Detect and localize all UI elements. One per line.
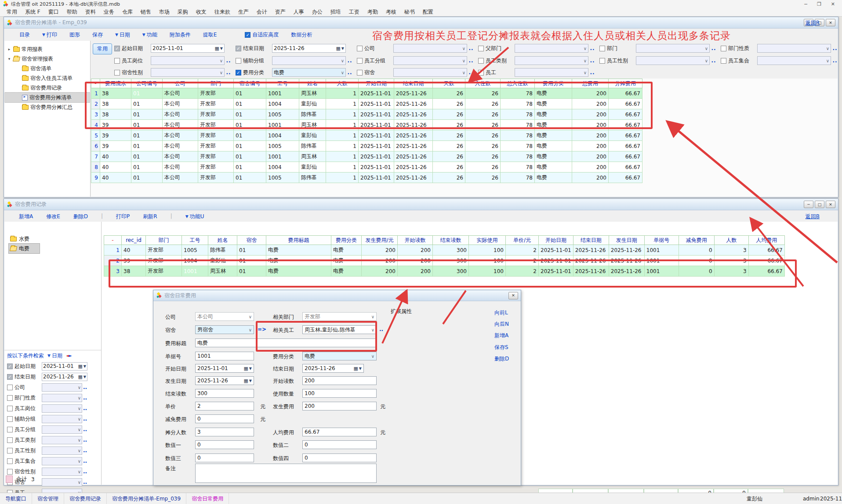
dialog-titlebar[interactable]: 宿舍日常费用 ✕ [153,290,521,301]
cell[interactable]: 本公司 [163,173,198,183]
menu-item-22[interactable]: 配置 [419,8,437,16]
column-header-11[interactable]: 天数 [433,79,465,88]
cell[interactable]: 1 [326,151,359,162]
column-header-8[interactable]: 发生费用/元 [362,236,398,245]
remark-textarea[interactable] [195,464,377,483]
cell[interactable]: 26 [465,109,501,120]
cell[interactable]: 78 [501,88,535,99]
column-header-4[interactable]: 部门 [198,79,234,88]
cell[interactable]: 39 [100,141,131,151]
cell[interactable]: 开发部 [146,256,182,266]
avg-fee-input[interactable]: 66.67 [302,428,377,436]
cell[interactable]: 01 [131,88,163,99]
cell[interactable]: 2025-11-01 [359,141,394,151]
filter-select[interactable]: ∨ [757,44,831,53]
cell[interactable]: 电费 [535,130,572,141]
more-button[interactable]: .. [467,58,475,64]
cell[interactable]: 开发部 [146,245,182,256]
taskbar-item-1[interactable]: 宿舍管理 [32,493,64,504]
cell[interactable]: 电费 [266,266,331,277]
cell[interactable]: 1 [326,99,359,109]
cell[interactable]: 38 [100,109,131,120]
tab-common[interactable]: 常用 [93,43,112,54]
menu-item-2[interactable]: 窗口 [44,8,63,16]
cell[interactable]: 78 [501,173,535,183]
expander-icon[interactable]: ▾ [7,57,11,61]
cell[interactable]: 26 [433,109,465,120]
discount-input[interactable]: 0 [195,414,254,423]
toolbar-button-3[interactable]: 保存 [92,31,103,39]
cell[interactable]: 1004 [266,99,299,109]
column-header-2[interactable]: 部门 [146,236,182,245]
cell[interactable]: 2025-11-26 [394,151,433,162]
cell[interactable]: 2025-11-01 [539,256,573,266]
column-header-10[interactable]: 结束读数 [433,236,469,245]
cell[interactable]: 2025-11-01 [359,162,394,173]
column-header-1[interactable]: rec_id [122,236,146,245]
cell[interactable]: 200 [572,88,609,99]
search-checkbox[interactable] [7,437,13,443]
cell[interactable]: 1 [91,88,100,99]
cell[interactable]: 01 [234,88,266,99]
cell[interactable]: 300 [433,256,469,266]
search-checkbox[interactable] [7,395,13,401]
cell[interactable]: 本公司 [163,151,198,162]
cell[interactable]: 陈伟基 [299,109,326,120]
column-header-7[interactable]: 费用分类 [331,236,362,245]
cell[interactable]: 01 [131,130,163,141]
column-header-5[interactable]: 宿舍编号 [234,79,266,88]
cell[interactable]: 1001 [182,266,208,277]
cell[interactable]: 周玉林 [299,120,326,130]
cell[interactable]: 2025-11-26 [609,245,644,256]
cell[interactable]: 2025-11-26 [394,173,433,183]
cell[interactable]: 1005 [266,109,299,120]
table-row-3[interactable]: 43901本公司开发部011001周玉林12025-11-012025-11-2… [91,120,642,130]
table-row-8[interactable]: 94001本公司开发部011005陈伟基12025-11-012025-11-2… [91,173,642,183]
cell[interactable]: 01 [237,256,266,266]
cell[interactable]: 2025-11-01 [539,266,573,277]
cell[interactable]: 66.67 [609,141,642,151]
cell[interactable]: 66.67 [748,245,784,256]
cell[interactable]: 2025-11-01 [359,151,394,162]
cell[interactable]: 38 [100,99,131,109]
cell[interactable]: 1 [326,130,359,141]
cell[interactable]: 01 [131,151,163,162]
search-select[interactable]: ∨ [42,415,82,423]
cell[interactable]: 39 [100,120,131,130]
start-date-input[interactable]: 2025-11-01▦▼ [195,364,254,373]
num4-input[interactable]: 0 [302,454,377,462]
menu-item-14[interactable]: 资产 [271,8,290,16]
search-select[interactable]: ∨ [42,383,82,392]
column-header-8[interactable]: 人数 [326,79,359,88]
cell[interactable]: 开发部 [198,120,234,130]
search-checkbox[interactable] [7,416,13,422]
cell[interactable]: 电费 [331,245,362,256]
more-button[interactable]: .. [83,426,87,432]
search-checkbox[interactable] [7,427,13,432]
column-header-9[interactable]: 开始日期 [359,79,394,88]
taskbar-item-2[interactable]: 宿舍费用记录 [64,493,107,504]
cell[interactable]: 1001 [644,245,679,256]
cell[interactable]: 1 [326,88,359,99]
category-item-1[interactable]: 电费 [9,244,40,253]
menu-item-16[interactable]: 办公 [308,8,327,16]
cell[interactable]: 01 [131,162,163,173]
filter-checkbox[interactable]: ✓ [236,70,241,76]
cell[interactable]: 开发部 [198,99,234,109]
cell[interactable]: 2025-11-26 [394,88,433,99]
dorm-select[interactable]: 男宿舍∨ [195,325,254,334]
column-header-14[interactable]: 结束日期 [573,236,609,245]
filter-checkbox[interactable] [357,70,363,76]
menu-item-13[interactable]: 会计 [253,8,271,16]
filter-date-input[interactable]: 2025-11-26▦▼ [272,44,346,53]
cell[interactable]: 100 [469,256,506,266]
cell[interactable]: 200 [572,141,609,151]
search-date-input[interactable]: 2025-11-26▦▼ [42,373,87,381]
table-row-5[interactable]: 63901本公司开发部011005陈伟基12025-11-012025-11-2… [91,141,642,151]
cell[interactable]: 开发部 [198,151,234,162]
column-header-0[interactable]: - [104,236,122,245]
toolbar-button-4[interactable]: 打印P [116,213,130,220]
cell[interactable]: 01 [237,245,266,256]
cell[interactable]: 1005 [266,173,299,183]
cell[interactable]: 200 [572,162,609,173]
